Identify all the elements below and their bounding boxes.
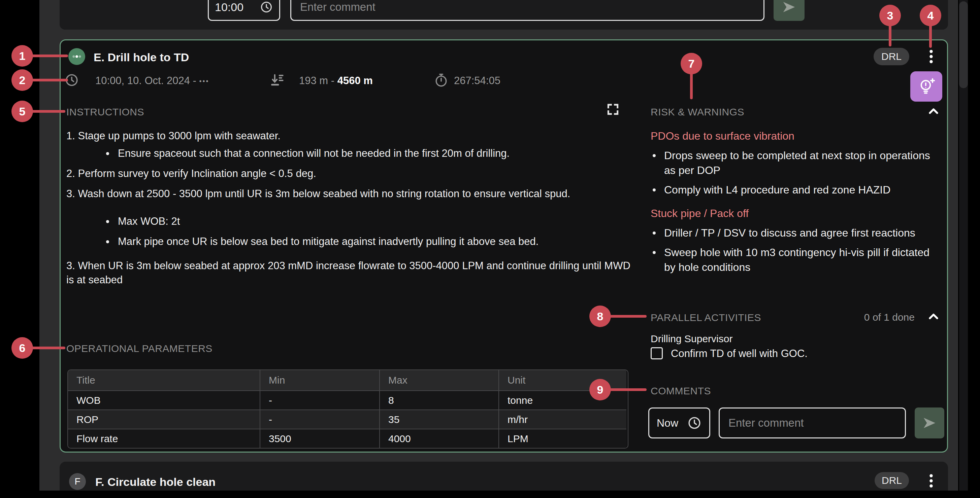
page: 10:00 E. Drill hole to TD DRL: [0, 0, 980, 498]
risk-collapse-button[interactable]: [927, 104, 940, 118]
depth-to-value: 4560 m: [337, 75, 373, 86]
callout-badge-1: 1: [11, 45, 33, 67]
instruction-item: 1. Stage up pumps to 3000 lpm with seawa…: [66, 129, 635, 143]
callout-line-5: [30, 110, 65, 113]
callout-badge-2: 2: [11, 69, 33, 91]
callout-line-6: [30, 347, 65, 349]
discipline-badge: DRL: [873, 48, 909, 65]
column-header: Max: [380, 370, 499, 390]
chevron-up-icon: [927, 309, 940, 323]
send-activity-comment-button[interactable]: [915, 408, 944, 438]
activity-letter-badge: F: [69, 473, 86, 490]
previous-activity-comment-card: 10:00: [60, 0, 948, 30]
table-cell: -: [260, 409, 380, 429]
send-comment-button[interactable]: [773, 0, 805, 21]
now-label: Now: [657, 417, 678, 429]
risk-group-title: PDOs due to surface vibration: [651, 128, 942, 143]
send-icon: [781, 0, 797, 15]
table-cell: 8: [380, 390, 499, 409]
risk-warnings-heading: RISK & WARNINGS: [651, 106, 744, 118]
instruction-item: 3. When UR is 3m below seabed at approx …: [66, 259, 635, 287]
scrollbar-thumb[interactable]: [959, 2, 968, 88]
end-time-pending-dots: •••: [199, 78, 209, 85]
activity-running-status-icon: [68, 48, 85, 65]
instruction-item: Mark pipe once UR is below sea bed to mi…: [66, 235, 635, 249]
callout-badge-8: 8: [589, 306, 611, 327]
parallel-assignee: Drilling Supervisor: [651, 333, 732, 345]
table-cell: 35: [380, 409, 499, 429]
risk-warnings-list: PDOs due to surface vibration Drops swee…: [651, 128, 942, 274]
instruction-item: 3. Wash down at 2500 - 3500 lpm until UR…: [66, 187, 635, 201]
comment-time-value: 10:00: [215, 1, 243, 14]
chevron-up-icon: [927, 104, 940, 118]
activity-menu-button[interactable]: [926, 472, 936, 490]
comment-time-now-button[interactable]: Now: [648, 408, 710, 438]
callout-badge-4: 4: [920, 5, 941, 26]
parallel-progress: 0 of 1 done: [835, 312, 915, 323]
comment-time-input[interactable]: 10:00: [208, 0, 280, 21]
table-cell: LPM: [499, 429, 627, 448]
clock-icon: [687, 416, 702, 430]
risk-bullet: Drops sweep to be completed at next stop…: [651, 148, 942, 178]
callout-badge-7: 7: [681, 53, 702, 75]
operational-parameters-heading: OPERATIONAL PARAMETERS: [66, 343, 213, 355]
risk-bullet: Comply with L4 procedure and red zone HA…: [651, 182, 942, 197]
activity-title: F. Circulate hole clean: [95, 475, 216, 488]
fullscreen-icon[interactable]: [606, 102, 620, 117]
table-cell: 3500: [260, 429, 380, 448]
table-cell: Flow rate: [68, 429, 260, 448]
parallel-activities-heading: PARALLEL ACTIVITIES: [651, 312, 761, 324]
depth-range-text: 193 m - 4560 m: [299, 75, 373, 87]
column-header: Min: [260, 370, 380, 390]
discipline-badge: DRL: [875, 472, 909, 489]
table-cell: m/hr: [499, 409, 627, 429]
instruction-item: 2. Perform survey to verify Inclination …: [66, 167, 635, 181]
clock-icon: [260, 0, 273, 14]
risk-bullet: Driller / TP / DSV to discuss and agree …: [651, 225, 942, 240]
kebab-icon: [926, 48, 936, 65]
stopwatch-icon: [434, 73, 449, 87]
risk-bullet: Sweep hole with 10 m3 contingency hi-vis…: [651, 245, 942, 274]
callout-line-3: [889, 24, 891, 46]
callout-badge-5: 5: [11, 101, 33, 122]
duration-text: 267:54:05: [454, 75, 500, 87]
table-cell: -: [260, 390, 380, 409]
kebab-icon: [926, 472, 936, 490]
table-cell: WOB: [68, 390, 260, 409]
table-cell: ROP: [68, 409, 260, 429]
start-time-text: 10:00, 10. Oct. 2024 - •••: [95, 75, 210, 87]
activity-card-circulate-hole-clean[interactable]: F F. Circulate hole clean DRL: [60, 462, 948, 491]
callout-badge-6: 6: [11, 337, 33, 359]
activity-comment-input[interactable]: [719, 408, 906, 438]
send-icon: [922, 415, 937, 431]
risk-group-title: Stuck pipe / Pack off: [651, 206, 942, 221]
parameters-table: Title Min Max Unit WOB - 8 tonne ROP - 3…: [67, 370, 628, 449]
instructions-heading: INSTRUCTIONS: [66, 106, 144, 118]
column-header: Title: [68, 370, 260, 390]
activity-menu-button[interactable]: [926, 48, 936, 65]
instructions-text: 1. Stage up pumps to 3000 lpm with seawa…: [66, 129, 635, 287]
parallel-task-label: Confirm TD of well with GOC.: [671, 347, 808, 360]
callout-line-1: [30, 54, 68, 57]
instruction-item: Ensure spaceout such that a connection w…: [66, 146, 635, 160]
depth-range-icon: [270, 73, 285, 87]
lightbulb-plus-icon: [917, 78, 935, 95]
callout-badge-3: 3: [879, 5, 901, 26]
activity-title: E. Drill hole to TD: [94, 51, 189, 64]
callout-line-2: [30, 79, 68, 81]
callout-line-4: [929, 24, 932, 48]
instruction-item: Max WOB: 2t: [66, 214, 635, 228]
parallel-collapse-button[interactable]: [927, 309, 940, 323]
parallel-task-checkbox[interactable]: [651, 347, 663, 359]
callout-badge-9: 9: [589, 379, 611, 400]
ai-assist-button[interactable]: [910, 71, 942, 102]
callout-line-7: [690, 72, 693, 99]
comments-heading: COMMENTS: [651, 385, 711, 397]
comment-input[interactable]: [290, 0, 764, 21]
activity-card-drill-hole-to-td[interactable]: E. Drill hole to TD DRL 10:: [60, 40, 948, 453]
table-cell: 4000: [380, 429, 499, 448]
callout-line-9: [609, 388, 647, 391]
callout-line-8: [609, 315, 647, 318]
